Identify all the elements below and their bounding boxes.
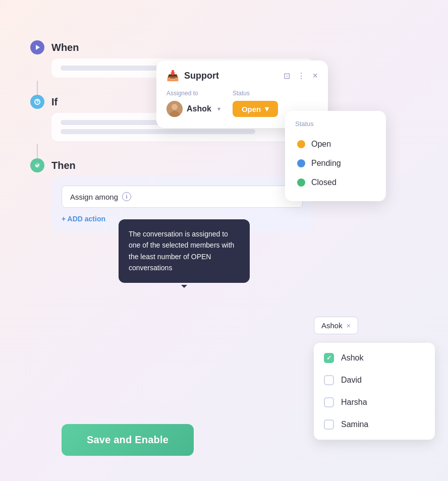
assignee-name: Ashok	[187, 104, 211, 113]
support-header: 📥 Support ⊡ ⋮ ×	[166, 70, 318, 82]
status-group: Status Open ▾	[233, 90, 278, 117]
assigned-to-label: Assigned to	[166, 90, 220, 97]
member-dropdown: Ashok David Harsha Samina	[314, 343, 435, 440]
member-name-harsha: Harsha	[341, 398, 367, 407]
when-label: When	[51, 42, 79, 53]
close-icon[interactable]: ×	[312, 71, 318, 81]
member-item-david[interactable]: David	[314, 369, 435, 391]
status-label: Status	[233, 90, 278, 97]
status-badge[interactable]: Open ▾	[233, 101, 278, 117]
tag-name: Ashok	[321, 321, 343, 330]
closed-dot-icon	[297, 178, 305, 187]
if-label: If	[51, 96, 58, 108]
support-title: 📥 Support	[166, 70, 219, 82]
tooltip-box: The conversation is assigned to one of t…	[119, 219, 250, 283]
closed-label: Closed	[311, 178, 337, 187]
more-options-icon[interactable]: ⋮	[297, 71, 305, 81]
tag-close-icon[interactable]: ×	[347, 322, 351, 330]
status-value: Open	[242, 105, 261, 113]
open-dot-icon	[297, 140, 305, 148]
connector-2	[37, 144, 38, 158]
assignee-group: Assigned to Ashok ▾	[166, 90, 220, 117]
assignee-tag: Ashok ×	[314, 317, 358, 334]
member-item-samina[interactable]: Samina	[314, 413, 435, 436]
pending-label: Pending	[311, 159, 341, 168]
assign-text: Assign among	[70, 193, 118, 201]
status-option-open[interactable]: Open	[295, 135, 376, 154]
assignee-tag-area: Ashok ×	[314, 317, 358, 334]
assignee-chevron-icon: ▾	[217, 105, 220, 112]
status-dropdown: Status Open Pending Closed	[285, 111, 386, 201]
pending-dot-icon	[297, 159, 305, 167]
checkbox-samina[interactable]	[324, 419, 334, 430]
checkbox-ashok[interactable]	[324, 353, 334, 363]
checkbox-david[interactable]	[324, 375, 334, 385]
svg-marker-0	[36, 45, 40, 50]
save-enable-button[interactable]: Save and Enable	[62, 424, 194, 456]
support-actions: ⊡ ⋮ ×	[284, 71, 318, 81]
member-name-ashok: Ashok	[341, 353, 363, 363]
member-item-harsha[interactable]: Harsha	[314, 391, 435, 413]
tooltip-text: The conversation is assigned to one of t…	[129, 230, 234, 272]
checkbox-harsha[interactable]	[324, 397, 334, 407]
status-dropdown-title: Status	[295, 120, 376, 128]
member-item-ashok[interactable]: Ashok	[314, 347, 435, 369]
then-label: Then	[51, 160, 76, 171]
connector-1	[37, 81, 38, 95]
inbox-icon: 📥	[166, 70, 179, 82]
status-chevron-icon: ▾	[265, 104, 269, 113]
assign-label-group: Assign among i	[70, 192, 131, 201]
member-name-david: David	[341, 376, 362, 385]
info-icon[interactable]: i	[122, 192, 131, 201]
when-icon	[30, 40, 44, 54]
then-icon	[30, 158, 44, 172]
svg-point-4	[172, 104, 178, 110]
open-label: Open	[311, 140, 331, 149]
avatar	[166, 101, 183, 117]
layout-icon[interactable]: ⊡	[284, 71, 290, 81]
assign-dropdown[interactable]: Assign among i ▾	[62, 186, 303, 208]
status-option-pending[interactable]: Pending	[295, 154, 376, 173]
if-icon	[30, 95, 44, 109]
status-option-closed[interactable]: Closed	[295, 173, 376, 192]
member-name-samina: Samina	[341, 420, 368, 429]
assignee-pill[interactable]: Ashok ▾	[166, 101, 220, 117]
